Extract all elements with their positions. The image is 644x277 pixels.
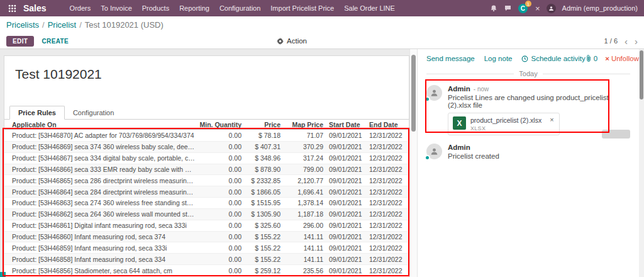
cell-start-date: 09/01/2021 — [323, 188, 364, 196]
attachment-delete-icon[interactable]: × — [550, 116, 553, 123]
price-rule-row[interactable]: Product: [53H46864] seca 284 directprint… — [4, 186, 409, 197]
close-icon[interactable]: × — [535, 4, 540, 13]
price-rules-table-body: Product: [53H46870] AC adapter for 703/7… — [4, 130, 409, 276]
breadcrumb-separator: / — [79, 20, 82, 30]
cell-min-quantity: 0.00 — [197, 143, 242, 150]
create-button[interactable]: CREATE — [42, 38, 69, 45]
price-rule-row[interactable]: Product: [53H46856] Stadiometer, seca 64… — [4, 264, 409, 276]
col-header-start-date[interactable]: Start Date — [323, 121, 364, 128]
message-author[interactable]: Admin — [448, 85, 470, 93]
attachments-button[interactable]: 0 — [586, 55, 597, 62]
credits-badge[interactable]: C 1 — [518, 3, 529, 13]
pager-counter[interactable]: 1 / 6 — [604, 37, 618, 45]
price-rule-row[interactable]: Product: [53H46860] Infant measuring rod… — [4, 231, 409, 242]
page-scrollbar-thumb[interactable] — [640, 50, 643, 99]
price-rule-row[interactable]: Product: [53H46862] seca 264 360 wireles… — [4, 208, 409, 220]
col-header-applicable-on[interactable]: Applicable On — [4, 121, 197, 128]
cell-min-quantity: 0.00 — [197, 177, 242, 184]
cell-applicable-on: Product: [53H46859] Infant measuring rod… — [4, 244, 197, 252]
price-rule-row[interactable]: Product: [53H46863] seca 274 360 wireles… — [4, 197, 409, 208]
online-status-dot — [425, 155, 430, 161]
log-note-label: Log note — [484, 55, 513, 62]
action-menu-label: Action — [287, 37, 307, 45]
cell-min-quantity: 0.00 — [197, 210, 242, 218]
form-scrollbar-track[interactable] — [409, 49, 418, 277]
apps-grid-icon[interactable] — [5, 2, 19, 14]
user-menu[interactable]: Admin (emp_production) — [562, 4, 639, 12]
breadcrumb: Pricelists / Pricelist / Test 10192021 (… — [0, 16, 644, 33]
top-menu-item[interactable]: Configuration — [215, 3, 265, 14]
price-rule-row[interactable]: Product: [53H46858] Infant measuring rod… — [4, 253, 409, 264]
top-menu-item[interactable]: Orders — [65, 3, 96, 14]
cell-start-date: 09/01/2021 — [323, 233, 364, 240]
col-header-map-price[interactable]: Map Price — [280, 121, 323, 128]
col-header-min-quantity[interactable]: Min. Quantity — [197, 121, 242, 128]
top-menu-item[interactable]: Sale Order LINE — [340, 3, 399, 14]
unfollow-button[interactable]: × Unfollow — [605, 55, 639, 62]
message-body: Pricelist created — [448, 152, 499, 160]
avatar-person-icon — [430, 89, 438, 97]
app-title[interactable]: Sales — [23, 3, 47, 13]
messages-icon[interactable] — [504, 4, 512, 12]
cell-applicable-on: Product: [53H46861] Digital infant measu… — [4, 222, 197, 229]
action-menu-button[interactable]: Action — [277, 37, 307, 45]
chatter-tools: 0 × Unfollow 1 — [586, 55, 644, 62]
price-rule-row[interactable]: Product: [53H46865] seca 286 directprint… — [4, 174, 409, 186]
cell-start-date: 09/01/2021 — [323, 143, 364, 150]
price-rule-row[interactable]: Product: [53H46869] seca 374 360 wireles… — [4, 141, 409, 152]
pager-previous-icon[interactable]: ‹ — [625, 37, 628, 46]
cell-price: $ 325.60 — [242, 222, 280, 229]
notifications-bell-icon[interactable] — [490, 4, 497, 13]
send-message-button[interactable]: Send message — [426, 55, 475, 62]
breadcrumb-pricelist[interactable]: Pricelist — [48, 20, 77, 30]
excel-file-icon: X — [453, 116, 466, 130]
cell-min-quantity: 0.00 — [197, 267, 242, 274]
tab-price-rules[interactable]: Price Rules — [9, 106, 65, 120]
schedule-activity-button[interactable]: Schedule activity — [521, 55, 585, 62]
cell-applicable-on: Product: [53H46869] seca 374 360 wireles… — [4, 143, 197, 150]
price-rule-row[interactable]: Product: [53H46859] Infant measuring rod… — [4, 242, 409, 253]
pager-next-icon[interactable]: › — [635, 37, 638, 46]
cell-end-date: 12/31/2022 — [364, 143, 409, 150]
message-author[interactable]: Admin — [448, 144, 470, 151]
top-menu-item[interactable]: Products — [138, 3, 174, 14]
cell-applicable-on: Product: [53H46864] seca 284 directprint… — [4, 188, 197, 196]
price-rule-row[interactable]: Product: [53H46870] AC adapter for 703/7… — [4, 130, 409, 141]
cell-start-date: 09/01/2021 — [323, 132, 364, 139]
edit-button[interactable]: EDIT — [6, 36, 34, 47]
gear-icon — [277, 38, 284, 45]
top-menu-item[interactable]: Import Pricelist Price — [266, 3, 338, 14]
top-menu: Orders To Invoice Products Reporting Con… — [65, 3, 399, 14]
chatter-actions: Send message Log note Schedule activity — [426, 55, 586, 62]
cell-min-quantity: 0.00 — [197, 166, 242, 173]
top-menu-item[interactable]: To Invoice — [96, 3, 136, 14]
col-header-price[interactable]: Price — [242, 121, 280, 128]
attachment-card[interactable]: X product_pricelist (2).xlsx XLSX × — [448, 113, 560, 135]
tab-configuration[interactable]: Configuration — [65, 106, 122, 119]
page-scrollbar-track[interactable] — [639, 49, 644, 277]
cell-start-date: 09/01/2021 — [323, 154, 364, 162]
top-menu-item[interactable]: Reporting — [175, 3, 214, 14]
log-note-button[interactable]: Log note — [484, 55, 513, 62]
price-rule-row[interactable]: Product: [53H46867] seca 334 digital bab… — [4, 152, 409, 164]
cell-end-date: 12/31/2022 — [364, 199, 409, 206]
cell-end-date: 12/31/2022 — [364, 166, 409, 173]
send-message-label: Send message — [426, 55, 475, 62]
cell-start-date: 09/01/2021 — [323, 210, 364, 218]
price-rule-row[interactable]: Product: [53H46866] seca 333 EMR ready b… — [4, 164, 409, 175]
cell-price: $ 155.22 — [242, 244, 280, 252]
breadcrumb-pricelists[interactable]: Pricelists — [6, 20, 39, 30]
price-rule-row[interactable]: Product: [53H46861] Digital infant measu… — [4, 220, 409, 231]
col-header-end-date[interactable]: End Date — [364, 121, 409, 128]
chatter-toolbar: Send message Log note Schedule activity … — [418, 49, 639, 67]
cell-min-quantity: 0.00 — [197, 222, 242, 229]
cell-min-quantity: 0.00 — [197, 154, 242, 162]
cell-map-price: 296.00 — [280, 222, 323, 229]
online-status-dot — [425, 96, 430, 102]
chatter-panel: Send message Log note Schedule activity … — [418, 49, 639, 277]
attachment-name[interactable]: product_pricelist (2).xlsx — [470, 116, 541, 124]
form-scrollbar-thumb[interactable] — [411, 55, 416, 132]
cell-price: $ 1866.05 — [242, 188, 280, 196]
cell-min-quantity: 0.00 — [197, 188, 242, 196]
cell-map-price: 141.11 — [280, 244, 323, 252]
